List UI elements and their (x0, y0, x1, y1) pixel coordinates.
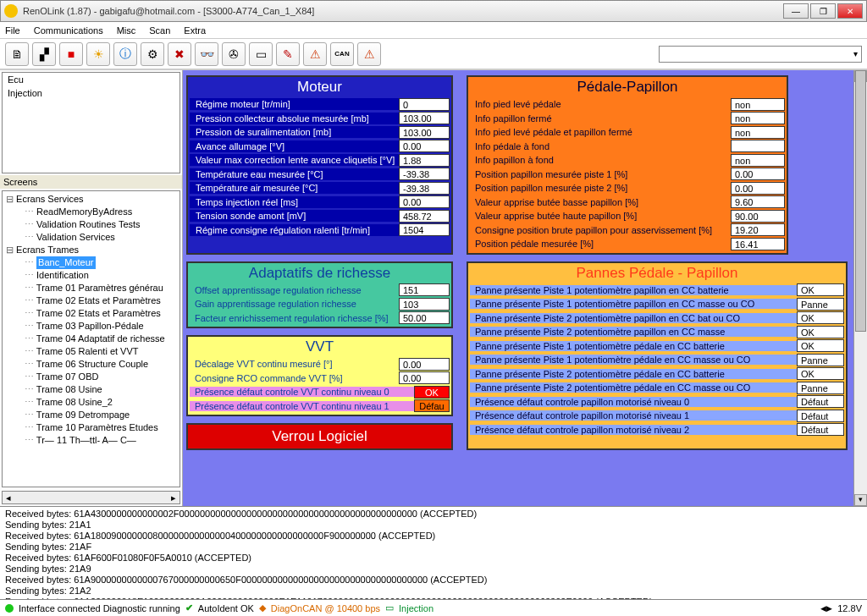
new-doc-icon[interactable]: 🗎 (5, 42, 29, 66)
status-bar: Interface connected Diagnostic running ✔… (0, 599, 867, 616)
ecu-listbox[interactable]: Ecu Injection (2, 72, 180, 173)
warning-icon[interactable]: ⚠ (303, 42, 327, 66)
param-value: 9.60 (731, 195, 785, 208)
info-icon[interactable]: ⓘ (113, 42, 137, 66)
param-row: Décalage VVT continu mesuré [°]0.00 (190, 357, 450, 371)
tree-item[interactable]: Trame 01 Paramètres générau (25, 282, 176, 294)
ecu-item[interactable]: Ecu (3, 73, 179, 86)
param-label: Valeur max correction lente avance cliqu… (190, 154, 399, 166)
param-row: Info pied levé pédale et papillon fermén… (470, 125, 785, 140)
wand-icon[interactable]: ✎ (276, 42, 300, 66)
tree-item[interactable]: Trame 08 Usine (25, 383, 176, 396)
param-label: Panne présente Piste 1 potentiomètre péd… (470, 341, 797, 351)
param-label: Panne présente Piste 1 potentiomètre pap… (470, 285, 797, 295)
param-value: 1.88 (399, 154, 450, 167)
panel-vvt-title: VVT (188, 337, 451, 357)
tree-item[interactable]: Tr— 11 Th—ttl- A— C— (25, 434, 176, 447)
tree-item[interactable]: ReadMemoryByAdress (25, 206, 176, 218)
toolbar-combo[interactable]: ▾ (659, 46, 862, 63)
can-icon[interactable]: CAN (330, 42, 354, 66)
param-value: Défaut (797, 410, 844, 422)
tree-item[interactable]: Trame 02 Etats et Paramètres (25, 307, 176, 320)
param-label: Température air mesurée [°C] (190, 182, 399, 194)
param-row: Panne présente Piste 1 potentiomètre péd… (470, 339, 844, 354)
engine-icon[interactable]: ⚙ (141, 42, 164, 66)
param-label: Panne présente Piste 1 potentiomètre pap… (470, 299, 797, 309)
status-autoident: AutoIdent OK (198, 603, 254, 613)
param-row: Temps injection réel [ms]0.00 (190, 195, 450, 210)
sun-icon[interactable]: ☀ (86, 42, 110, 66)
param-row: Présence défaut controle VVT continu niv… (190, 385, 450, 399)
param-label: Régime moteur [tr/min] (190, 98, 399, 110)
status-diag: DiagOnCAN @ 10400 bps (271, 603, 380, 613)
menu-extra[interactable]: Extra (184, 25, 206, 36)
param-value: 0.00 (399, 195, 450, 208)
window-title: RenOLink (1.87) - gabigafu@hotmail.com -… (23, 6, 781, 16)
menu-file[interactable]: File (5, 25, 20, 36)
menu-misc[interactable]: Misc (117, 25, 136, 36)
minimize-button[interactable]: — (783, 3, 809, 19)
param-value: 0.00 (399, 140, 450, 152)
stop-icon[interactable]: ■ (59, 42, 83, 66)
ecu-item[interactable]: Injection (3, 86, 179, 100)
param-row: Régime consigne régulation ralenti [tr/m… (190, 223, 450, 238)
flag-icon[interactable]: ▞ (32, 42, 56, 66)
param-row: Position papillon mesurée piste 1 [%]0.0… (470, 168, 785, 182)
close-button[interactable]: ✕ (837, 3, 863, 19)
tree-item[interactable]: Trame 06 Structure Couple (25, 358, 176, 371)
tree-hscrollbar[interactable]: ◂▸ (2, 491, 180, 504)
param-value: Défau (414, 399, 450, 412)
tree-item[interactable]: Trame 07 OBD (25, 371, 176, 383)
param-row: Présence défaut controle papillon motori… (470, 423, 844, 437)
param-row: Présence défaut controle papillon motori… (470, 409, 844, 423)
param-row: Gain apprentissage regulation richesse10… (190, 297, 450, 311)
param-row: Info papillon à fondnon détecté (470, 153, 785, 168)
param-value: 151 (399, 283, 450, 296)
check-icon: ✔ (185, 602, 193, 613)
param-label: Pression collecteur absolue mesurée [mb] (190, 113, 399, 124)
log-output[interactable]: Received bytes: 61A4300000000000002F0000… (0, 506, 867, 599)
tree-item[interactable]: Identification (25, 269, 176, 282)
maximize-button[interactable]: ❐ (810, 3, 836, 19)
warning2-icon[interactable]: ⚠ (357, 42, 381, 66)
param-label: Panne présente Piste 1 potentiomètre péd… (470, 355, 797, 365)
screens-tree[interactable]: Ecrans Services ReadMemoryByAdress Valid… (2, 190, 180, 487)
param-label: Présence défaut controle VVT continu niv… (190, 387, 414, 397)
tri-left-icon: ◀▶ (820, 604, 832, 613)
param-value: non détecté (731, 98, 785, 111)
param-label: Info papillon fermé (470, 113, 731, 124)
param-label: Panne présente Piste 2 potentiomètre péd… (470, 369, 797, 379)
tree-item[interactable]: Trame 03 Papillon-Pédale (25, 320, 176, 333)
param-value: -39.38 (399, 182, 450, 195)
tree-item[interactable]: Trame 02 Etats et Paramètres (25, 294, 176, 307)
main-vscrollbar[interactable]: ▴ ▾ (853, 70, 867, 506)
menu-communications[interactable]: Communications (34, 25, 103, 36)
menu-scan[interactable]: Scan (149, 25, 170, 36)
tree-item[interactable]: Validation Routines Tests (25, 218, 176, 231)
tree-item[interactable]: Trame 09 Detrompage (25, 409, 176, 421)
param-row: Régime moteur [tr/min]0 (190, 97, 450, 112)
tree-item[interactable]: Trame 05 Ralenti et VVT (25, 345, 176, 358)
tree-item-banc-moteur[interactable]: Banc_Moteur (25, 256, 176, 269)
param-value: non détecté (731, 126, 785, 139)
param-label: Info pédale à fond (470, 141, 731, 151)
log-line: Received bytes: 61A900000000000076700000… (5, 575, 862, 586)
tree-item[interactable]: Trame 08 Usine_2 (25, 396, 176, 409)
delete-icon[interactable]: ✖ (168, 42, 191, 66)
param-value: 0.00 (399, 358, 450, 371)
spray-icon[interactable]: ✇ (222, 42, 246, 66)
param-label: Valeur apprise butée basse papillon [%] (470, 197, 731, 207)
tree-group-services[interactable]: Ecrans Services (6, 193, 176, 206)
tree-item[interactable]: Trame 10 Paramètres Etudes (25, 421, 176, 434)
panel-moteur-title: Moteur (188, 77, 451, 97)
tree-item[interactable]: Trame 04 Adaptatif de richesse (25, 333, 176, 345)
binoculars-icon[interactable]: 👓 (195, 42, 218, 66)
tree-group-trames[interactable]: Ecrans Trames (6, 244, 176, 256)
card-icon[interactable]: ▭ (249, 42, 273, 66)
param-label: Valeur apprise butée haute papillon [%] (470, 211, 731, 221)
panel-moteur: Moteur Régime moteur [tr/min]0Pression c… (186, 75, 453, 255)
tree-item[interactable]: Validation Services (25, 231, 176, 244)
param-value: 50.00 (399, 311, 450, 324)
param-row: Panne présente Piste 2 potentiomètre pap… (470, 311, 844, 326)
param-label: Décalage VVT continu mesuré [°] (190, 359, 399, 369)
